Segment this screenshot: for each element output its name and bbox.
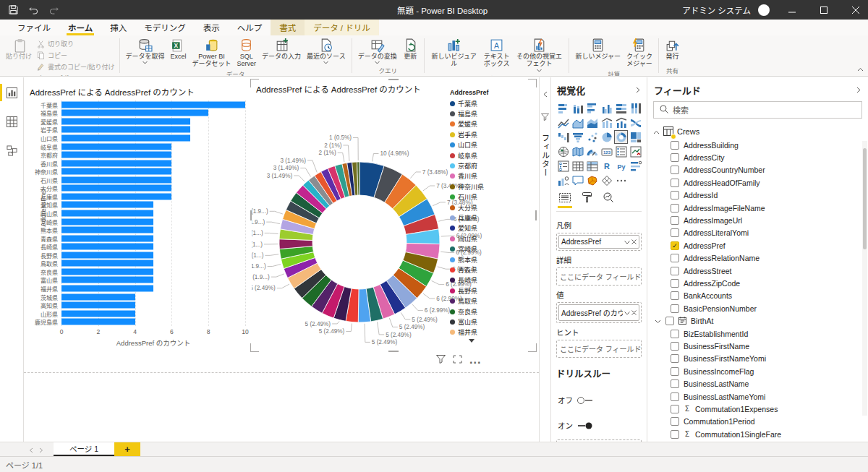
visual-type-100-stacked-column-icon[interactable] xyxy=(629,101,642,115)
keep-filters-toggle[interactable]: オン xyxy=(558,420,642,431)
collapse-fields-icon[interactable] xyxy=(856,85,861,95)
pill-dropdown-icon[interactable] xyxy=(624,238,630,246)
visual-type-stacked-column-icon[interactable] xyxy=(571,101,584,115)
bar[interactable] xyxy=(61,152,171,158)
bar[interactable] xyxy=(61,218,153,225)
menu-tab-ファイル[interactable]: ファイル xyxy=(9,20,59,35)
resize-handle[interactable] xyxy=(388,79,399,80)
field-checkbox[interactable] xyxy=(671,179,679,187)
legend-more-icon[interactable] xyxy=(450,338,493,344)
legend-item[interactable]: 愛知県 xyxy=(450,223,534,233)
selection-corner[interactable] xyxy=(528,343,537,352)
field-item-BasicPensionNumber[interactable]: BasicPensionNumber xyxy=(653,302,862,314)
dropdown-caret-icon[interactable] xyxy=(142,61,148,64)
dropdown-caret-icon[interactable] xyxy=(537,69,542,72)
close-button[interactable] xyxy=(843,0,868,20)
field-item-AddressImageFileName[interactable]: AddressImageFileName xyxy=(653,202,862,214)
report-view-icon[interactable] xyxy=(0,83,24,102)
more-options-icon[interactable]: ... xyxy=(469,353,481,366)
visual-type-slicer-icon[interactable] xyxy=(556,159,570,173)
テキストボックス-button[interactable]: Aテキスト ボックス xyxy=(481,37,513,69)
selection-corner[interactable] xyxy=(250,343,259,352)
field-item-AddressBuilding[interactable]: AddressBuilding xyxy=(653,139,862,151)
menu-tab-挿入[interactable]: 挿入 xyxy=(101,20,135,35)
bar[interactable] xyxy=(61,143,171,150)
expand-filters-icon[interactable] xyxy=(542,87,548,100)
field-checkbox[interactable] xyxy=(671,291,679,300)
menu-tab-書式[interactable]: 書式 xyxy=(271,20,305,35)
bar[interactable] xyxy=(61,176,171,183)
ribbon-collapse-icon[interactable] xyxy=(857,61,864,74)
visual-type-power-platform-icon[interactable] xyxy=(629,159,642,173)
table-crews[interactable]: Crews xyxy=(653,124,862,139)
bar[interactable] xyxy=(61,319,135,325)
maximize-button[interactable] xyxy=(812,0,836,20)
visual-type-python-icon[interactable]: Py xyxy=(614,159,628,173)
field-checkbox[interactable] xyxy=(665,317,674,325)
visual-type-key-influencers-icon[interactable] xyxy=(556,173,570,187)
fields-scrollbar[interactable] xyxy=(862,141,867,416)
visual-type-scatter-icon[interactable] xyxy=(585,130,599,144)
bar[interactable] xyxy=(61,193,171,199)
legend-item[interactable]: 鳥取県 xyxy=(450,296,534,306)
field-item-AddressHeadOfFamily[interactable]: AddressHeadOfFamily xyxy=(653,176,862,189)
field-checkbox[interactable] xyxy=(671,405,679,413)
発行-button[interactable]: 発行 xyxy=(662,37,683,61)
その他の視覚エフェクト-button[interactable]: その他の視覚エフェクト xyxy=(512,37,566,73)
legend-item[interactable]: 福井県 xyxy=(450,327,534,338)
visual-type-decomposition-tree-icon[interactable] xyxy=(600,173,613,187)
visual-type-kpi-icon[interactable] xyxy=(629,145,642,158)
field-checkbox[interactable] xyxy=(671,216,679,225)
field-item-BusinessLastNameYomi[interactable]: BusinessLastNameYomi xyxy=(653,390,862,403)
field-checkbox[interactable]: ✓ xyxy=(671,241,679,250)
field-checkbox[interactable] xyxy=(671,153,679,162)
report-canvas[interactable]: AddressPref による AddressPref のカウント Addres… xyxy=(24,77,539,442)
visual-filter-icon[interactable] xyxy=(436,353,446,366)
field-checkbox[interactable] xyxy=(671,254,679,262)
visual-type-clustered-column-icon[interactable] xyxy=(600,101,613,115)
filters-pane-collapsed[interactable]: フィルター xyxy=(539,77,551,442)
新しいビジュアル-button[interactable]: 新しいビジュアル xyxy=(427,37,481,69)
visual-type-line-stacked-column-icon[interactable] xyxy=(600,116,613,129)
legend-item[interactable]: 福島県 xyxy=(450,108,534,119)
visual-type-funnel-icon[interactable] xyxy=(571,130,584,144)
bar[interactable] xyxy=(61,302,135,309)
tab-format[interactable] xyxy=(582,192,592,208)
field-item-AddressPref[interactable]: ✓AddressPref xyxy=(653,239,862,252)
コピー-button[interactable]: コピー xyxy=(35,50,116,61)
redo-icon[interactable] xyxy=(45,2,62,18)
field-item-AddressImageUrl[interactable]: AddressImageUrl xyxy=(653,214,862,226)
field-checkbox[interactable] xyxy=(671,279,679,288)
visual-type-area-icon[interactable] xyxy=(571,116,584,129)
field-checkbox[interactable] xyxy=(671,354,679,363)
bar[interactable] xyxy=(61,210,153,216)
donut-chart-visual[interactable]: AddressPref による AddressPref のカウント 10 (4.… xyxy=(252,80,535,351)
menu-tab-モデリング[interactable]: モデリング xyxy=(135,20,195,35)
visual-type-multi-row-card-icon[interactable] xyxy=(614,145,628,158)
SQLServer-button[interactable]: SQL Server xyxy=(234,37,260,69)
visual-type-matrix-icon[interactable] xyxy=(585,159,599,173)
visual-type-stacked-area-icon[interactable] xyxy=(585,116,599,129)
visual-type-waterfall-icon[interactable] xyxy=(556,130,570,144)
データの変換-button[interactable]: データの変換 xyxy=(355,37,400,65)
paste-button[interactable]: 貼り付け xyxy=(3,37,35,61)
visual-type-100-stacked-bar-icon[interactable] xyxy=(614,101,628,115)
field-checkbox[interactable] xyxy=(671,330,679,338)
tab-fields[interactable] xyxy=(559,192,571,208)
focus-mode-icon[interactable] xyxy=(453,353,462,366)
field-pill[interactable]: AddressPref のカウント xyxy=(558,304,639,321)
Power BIデータセット-button[interactable]: Power BI データセット xyxy=(190,37,234,69)
field-item-AddressZipCode[interactable]: AddressZipCode xyxy=(653,277,862,289)
collapse-visualizations-icon[interactable] xyxy=(635,85,641,95)
search-input[interactable]: 検索 xyxy=(653,101,862,119)
クイックメジャー-button[interactable]: クイック メジャー xyxy=(624,37,655,69)
legend-item[interactable]: 石川県 xyxy=(450,192,534,202)
field-checkbox[interactable] xyxy=(671,392,679,401)
bar[interactable] xyxy=(61,110,208,116)
visual-type-clustered-bar-icon[interactable] xyxy=(585,101,599,115)
legend-item[interactable]: 富山県 xyxy=(450,317,534,327)
visual-type-pie-icon[interactable] xyxy=(600,130,613,144)
bar[interactable] xyxy=(61,285,153,291)
legend-item[interactable]: 長崎県 xyxy=(450,275,534,286)
field-item-BusinessLastName[interactable]: BusinessLastName xyxy=(653,377,862,390)
